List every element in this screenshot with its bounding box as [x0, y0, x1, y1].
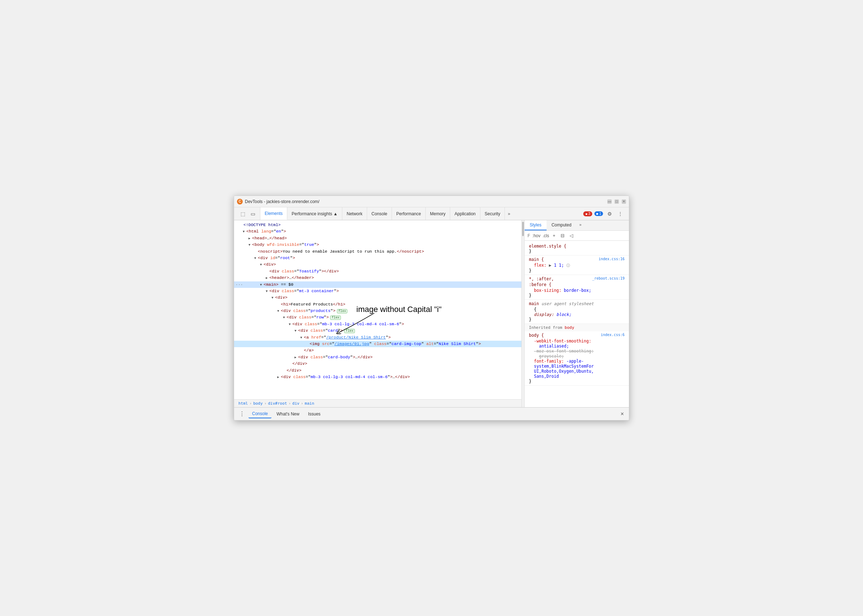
breadcrumb-main[interactable]: main [305, 401, 314, 406]
tab-security[interactable]: Security [480, 207, 505, 220]
dom-line: ▼<html lang="en"> [234, 228, 521, 235]
devtools-window: C DevTools - jackies-store.onrender.com/… [234, 195, 629, 421]
tabbar-right: ● 3 ■ 1 ⚙ ⋮ [580, 207, 627, 220]
more-options-button[interactable]: ⋮ [616, 209, 625, 218]
tabbar: ⬚ ▭ Elements Performance insights ▲ Netw… [234, 207, 629, 220]
style-rule-body: body { index.css:6 -webkit-font-smoothin… [524, 332, 629, 386]
styles-toolbar: F :hov .cls + ⊟ ◁ [524, 231, 629, 241]
dom-line: ▼<div class="mt-3 container"> [234, 288, 521, 294]
titlebar-left: C DevTools - jackies-store.onrender.com/ [237, 199, 319, 204]
bottom-menu-button[interactable]: ⋮ [237, 410, 247, 417]
inspect-element-button[interactable]: ⬚ [238, 209, 247, 218]
dom-line: ▼<div> [234, 294, 521, 301]
dom-line: <h1>Featured Products</h1> [234, 301, 521, 308]
bottom-bar: ⋮ Console What's New Issues × [234, 407, 629, 420]
dom-scrollbar[interactable] [522, 220, 524, 407]
styles-tab-more[interactable]: » [576, 220, 584, 230]
style-rule-main: main { index.css:16 flex: ▶ 1 1; ⓘ } [524, 256, 629, 275]
dom-line[interactable]: ▶<div class="mb-3 col-lg-3 col-md-4 col-… [234, 374, 521, 380]
devtools-icon-group: ⬚ ▭ [236, 207, 260, 220]
dom-panel: image without Capital "i" <!DOCTYPE html… [234, 220, 522, 407]
style-rule-ua: main user agent stylesheet { display: bl… [524, 300, 629, 324]
breadcrumb-html[interactable]: html [238, 401, 248, 406]
tab-memory[interactable]: Memory [426, 207, 450, 220]
tab-performance-insights[interactable]: Performance insights ▲ [287, 207, 342, 220]
dom-line: ▼<div class="mb-3 col-lg-3 col-md-4 col-… [234, 321, 521, 327]
styles-tab-bar: Styles Computed » [524, 220, 629, 231]
breadcrumb-div[interactable]: div [292, 401, 299, 406]
add-style-button[interactable]: + [551, 232, 557, 239]
bottom-tab-console[interactable]: Console [249, 410, 271, 418]
dom-line: ▼<div> [234, 261, 521, 268]
close-button[interactable]: × [622, 200, 626, 204]
error-icon: ● [585, 212, 587, 216]
dom-content[interactable]: image without Capital "i" <!DOCTYPE html… [234, 220, 521, 399]
source-link-body[interactable]: index.css:6 [601, 333, 625, 337]
dom-line: </div> [234, 360, 521, 367]
dom-line: <div class="Toastify"></div> [234, 268, 521, 275]
dom-line-main[interactable]: ··· ▼<main> == $0 [234, 281, 521, 288]
dom-line: </a> [234, 347, 521, 354]
dom-line[interactable]: ▶<head>…</head> [234, 235, 521, 242]
breadcrumb: html › body › div#root › div › main [234, 399, 521, 407]
inherited-header: Inherited from body [524, 324, 629, 332]
bottom-tab-issues[interactable]: Issues [305, 410, 324, 418]
favicon-icon: C [237, 199, 243, 204]
tab-computed[interactable]: Computed [546, 220, 576, 230]
dom-line: ▼<div class="row">flex [234, 314, 521, 321]
warning-badge: ■ 1 [594, 211, 603, 216]
tab-styles[interactable]: Styles [524, 220, 546, 230]
tab-elements[interactable]: Elements [260, 207, 287, 220]
tab-performance[interactable]: Performance [392, 207, 426, 220]
dom-line: ▼<a href="/product/Nike Slim Shirt"> [234, 334, 521, 341]
copy-style-button[interactable]: ⊟ [559, 232, 566, 239]
style-rule-star: *, :after, _reboot.scss:19 :before { box… [524, 275, 629, 300]
dom-line: ▼<div class="products">flex [234, 308, 521, 314]
source-link[interactable]: index.css:16 [599, 257, 625, 261]
dom-line: <!DOCTYPE html> [234, 222, 521, 228]
tab-more[interactable]: » [505, 207, 513, 220]
dom-line: ▼<body wfd-invisible="true"> [234, 242, 521, 248]
dom-line: </div> [234, 367, 521, 374]
dom-line: <noscript>You need to enable JavaScript … [234, 248, 521, 255]
tab-network[interactable]: Network [342, 207, 367, 220]
error-badge: ● 3 [583, 211, 592, 216]
back-style-button[interactable]: ◁ [568, 232, 575, 239]
hov-button[interactable]: :hov [532, 233, 540, 238]
titlebar: C DevTools - jackies-store.onrender.com/… [234, 196, 629, 207]
dom-line[interactable]: ▶<div class="card-body">…</div> [234, 354, 521, 360]
device-toggle-button[interactable]: ▭ [249, 209, 257, 218]
bottom-close-button[interactable]: × [619, 411, 626, 417]
dom-line[interactable]: ▶<header>…</header> [234, 275, 521, 281]
cls-button[interactable]: .cls [543, 233, 549, 238]
titlebar-title: DevTools - jackies-store.onrender.com/ [245, 199, 319, 204]
source-link-reboot[interactable]: _reboot.scss:19 [592, 277, 625, 280]
devtools-body: image without Capital "i" <!DOCTYPE html… [234, 220, 629, 407]
styles-panel: Styles Computed » F :hov .cls + ⊟ ◁ elem… [524, 220, 629, 407]
maximize-button[interactable]: □ [614, 200, 619, 204]
breadcrumb-body[interactable]: body [253, 401, 263, 406]
dom-line: ▼<div class="card">flex [234, 327, 521, 334]
bottom-tab-whats-new[interactable]: What's New [273, 410, 303, 418]
minimize-button[interactable]: — [607, 200, 612, 204]
titlebar-controls: — □ × [607, 200, 626, 204]
breadcrumb-divroot[interactable]: div#root [268, 401, 287, 406]
styles-content: element.style { } main { index.css:16 fl… [524, 241, 629, 407]
tab-console[interactable]: Console [367, 207, 392, 220]
filter-label: F [528, 233, 530, 238]
dom-line-img[interactable]: <img src="/images/01.jpg" class="card-im… [234, 341, 521, 347]
style-rule-element: element.style { } [524, 242, 629, 256]
tab-application[interactable]: Application [450, 207, 480, 220]
dom-line: ▼<div id="root"> [234, 255, 521, 261]
settings-button[interactable]: ⚙ [605, 209, 614, 218]
